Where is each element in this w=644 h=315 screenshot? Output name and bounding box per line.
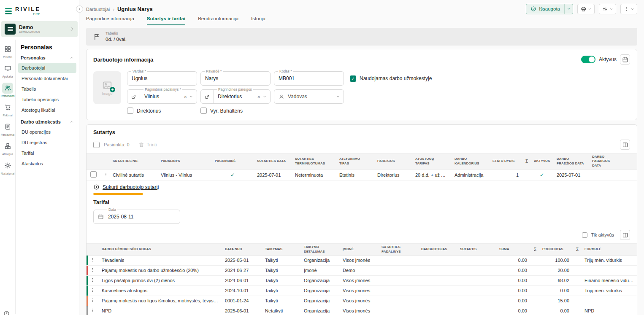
tab-sutartys-ir-tarifai[interactable]: Sutartys ir tarifai bbox=[147, 16, 185, 25]
tab-istorija[interactable]: Istorija bbox=[251, 16, 265, 25]
cell-taikymo-detalumas: Organizacija bbox=[300, 296, 339, 306]
select-all-checkbox[interactable] bbox=[93, 142, 100, 148]
contracts-section: Sutartys Pasirinkta: 0 Trinti bbox=[87, 125, 637, 153]
sidebar-item-personalo-dokumentai[interactable]: Personalo dokumentai bbox=[18, 73, 76, 83]
active-toggle[interactable] bbox=[581, 56, 595, 63]
rail-item-pardavimai[interactable]: Pardavimai bbox=[0, 119, 15, 138]
rail-item-prad-ia[interactable]: Pradžia bbox=[0, 41, 15, 61]
breadcrumb-parent[interactable]: Darbuotojai bbox=[86, 7, 110, 12]
row-menu-cell[interactable] bbox=[87, 255, 98, 265]
delete-button[interactable]: Trinti bbox=[138, 142, 157, 148]
nav-group-personalas[interactable]: Personalas bbox=[16, 51, 79, 62]
tabelis-banner[interactable]: Tabelis 0d. / 0val. bbox=[86, 28, 637, 46]
saved-button[interactable]: Išsaugota bbox=[526, 4, 564, 14]
tariffs-columns-button[interactable] bbox=[620, 230, 630, 240]
clear-icon[interactable]: × bbox=[184, 94, 187, 100]
row-menu-cell[interactable] bbox=[87, 296, 98, 306]
tariff-date-field[interactable]: Data 2025-08-11 bbox=[93, 210, 180, 224]
import-export-button[interactable] bbox=[599, 4, 616, 14]
kebab-icon[interactable] bbox=[90, 267, 95, 272]
rail-item-nustatymai[interactable]: Nustatymai bbox=[0, 158, 15, 177]
sidebar-item-darbuotojai[interactable]: Darbuotojai bbox=[18, 63, 76, 73]
tariff-row[interactable]: NPD2025-06-01NetaikytiOrganizacijaVisos … bbox=[87, 306, 637, 315]
chevron-down-icon[interactable] bbox=[189, 94, 193, 99]
open-position-button[interactable] bbox=[201, 90, 214, 103]
nav-group-darbo-u-mokestis[interactable]: Darbo užmokestis bbox=[16, 116, 79, 127]
rail-item-atsargos[interactable]: Atsargos bbox=[0, 138, 15, 158]
sidebar-item-ataskaitos[interactable]: Ataskaitos bbox=[18, 159, 76, 169]
contract-row[interactable]: Civilinė sutartisVilnius - Vilnius✓2025-… bbox=[87, 170, 637, 180]
row-checkbox-cell[interactable] bbox=[87, 170, 100, 180]
sidebar-item-tabelis[interactable]: Tabelis bbox=[18, 84, 76, 94]
sum-cell bbox=[573, 265, 581, 275]
cell-taikymas: Taikyti bbox=[262, 296, 300, 306]
header-actions: Išsaugota bbox=[526, 4, 637, 14]
director-checkbox[interactable]: Direktorius bbox=[127, 108, 197, 114]
create-contract-link[interactable]: Sukurti darbuotojo sutartį bbox=[93, 184, 159, 190]
cell-sutarties-padalinys bbox=[378, 255, 418, 265]
help-icon[interactable] bbox=[3, 310, 10, 315]
tariff-row[interactable]: Kasmetinės atostogos2024-10-01TaikytiOrg… bbox=[87, 285, 637, 296]
sidebar-item-tarifai[interactable]: Tarifai bbox=[18, 148, 76, 158]
main-position-field[interactable]: Pagrindinės pareigos Direktorius × bbox=[200, 89, 271, 104]
kebab-icon[interactable] bbox=[103, 172, 108, 177]
sidebar-item-atostog-liku-iai[interactable]: Atostogų likučiai bbox=[18, 105, 76, 115]
sidebar-lower: PradžiaApskaitaPersonalasPirkimaiPardavi… bbox=[0, 40, 79, 314]
check-icon: ✓ bbox=[540, 172, 544, 178]
sidebar-collapse-button[interactable] bbox=[76, 5, 83, 13]
calendar-button[interactable] bbox=[620, 54, 630, 65]
row-menu-cell[interactable] bbox=[87, 265, 98, 275]
employee-photo-upload[interactable]: Image + bbox=[93, 71, 121, 104]
print-button[interactable] bbox=[577, 4, 595, 14]
row-menu-cell[interactable] bbox=[87, 306, 98, 315]
tab-pagrindin-informacija[interactable]: Pagrindinė informacija bbox=[86, 16, 134, 25]
sidebar-item-tabelio-operacijos[interactable]: Tabelio operacijos bbox=[18, 94, 76, 105]
contracts-columns-button[interactable] bbox=[620, 140, 630, 150]
tariff-row[interactable]: Ligos pašalpa pirmos dvi (2) dienos2024-… bbox=[87, 275, 637, 285]
kebab-icon[interactable] bbox=[90, 288, 95, 293]
kebab-icon[interactable] bbox=[90, 277, 95, 283]
more-actions-button[interactable] bbox=[620, 4, 637, 14]
cell-sutartis bbox=[457, 306, 496, 315]
sidebar-item-du-operacijos[interactable]: DU operacijos bbox=[18, 127, 76, 137]
rail-item-pirkimai[interactable]: Pirkimai bbox=[0, 100, 15, 119]
kebab-icon[interactable] bbox=[90, 298, 95, 303]
active-only-checkbox[interactable]: Tik aktyvūs bbox=[582, 232, 614, 238]
save-options-button[interactable] bbox=[564, 4, 573, 14]
page-title: Ugnius Narys bbox=[117, 6, 153, 12]
manager-select[interactable]: Vadovas bbox=[274, 89, 344, 104]
rail-item-personalas[interactable]: Personalas bbox=[0, 80, 15, 100]
cell-taikymo-detalumas: Organizacija bbox=[300, 275, 339, 285]
sidebar-item-du-registras[interactable]: DU registras bbox=[18, 137, 76, 148]
first-name-field[interactable]: Vardas * Ugnius bbox=[127, 71, 197, 86]
chevron-down-icon[interactable] bbox=[262, 94, 267, 99]
row-menu-cell[interactable] bbox=[87, 285, 98, 296]
row-checkbox[interactable] bbox=[90, 171, 97, 178]
cell-mon: Visos įmonės bbox=[339, 285, 378, 296]
tariff-row[interactable]: Pajamų mokestis nuo darbo užmokesčio (20… bbox=[87, 265, 637, 275]
rail-item-apskaita[interactable]: Apskaita bbox=[0, 61, 15, 80]
main-department-field[interactable]: Pagrindinis padalinys * Vilnius × bbox=[127, 89, 197, 104]
chief-accountant-checkbox[interactable]: Vyr. Buhalteris bbox=[200, 108, 271, 114]
tariff-row[interactable]: Tėvadienis2025-05-01TaikytiOrganizacijaV… bbox=[87, 255, 637, 265]
column-header-pareigos: PAREIGOS bbox=[374, 153, 412, 170]
tab-bendra-informacija[interactable]: Bendra informacija bbox=[198, 16, 238, 25]
cell-sutartis bbox=[457, 265, 496, 275]
sum-cell bbox=[530, 296, 539, 306]
external-link-icon bbox=[131, 94, 136, 100]
open-department-button[interactable] bbox=[127, 90, 140, 103]
kebab-icon[interactable] bbox=[90, 308, 95, 313]
sidebar-nav: Personalas PersonalasDarbuotojaiPersonal… bbox=[16, 40, 79, 314]
code-field[interactable]: Kodas * MB001 bbox=[274, 71, 344, 86]
kebab-icon[interactable] bbox=[90, 257, 95, 262]
payroll-checkbox[interactable]: Naudojamas darbo užmokestyje bbox=[350, 75, 432, 82]
checkbox-label: Direktorius bbox=[137, 108, 161, 114]
tariff-row[interactable]: Pajamų mokestis nuo ligos išmokos, motin… bbox=[87, 296, 637, 306]
rivile-logo[interactable]: RIVILE ERP bbox=[0, 0, 79, 19]
last-name-field[interactable]: Pavardė * Narys bbox=[200, 71, 271, 86]
row-menu-cell[interactable] bbox=[87, 275, 98, 285]
cell-atlyginimo-tipas: Etatinis bbox=[336, 170, 374, 180]
clear-icon[interactable]: × bbox=[257, 94, 260, 100]
company-selector[interactable]: Demo Demo20240906 bbox=[1, 21, 78, 37]
row-menu-cell[interactable] bbox=[100, 170, 109, 180]
